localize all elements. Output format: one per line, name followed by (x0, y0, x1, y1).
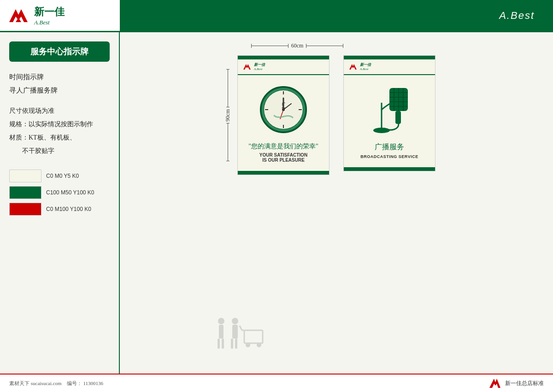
code-label: 编号： (67, 380, 82, 386)
sign2-logo-strip: 新一佳 A.Best (344, 59, 435, 75)
sign2-wrapper: 新一佳 A.Best (343, 55, 435, 171)
swatch-row-1: C0 M0 Y5 K0 (9, 170, 110, 182)
mic-illustration (364, 84, 415, 137)
shopping-figures (212, 314, 267, 353)
spec-format: 规格：以实际情况按图示制作 (9, 119, 110, 129)
svg-rect-8 (231, 339, 233, 349)
svg-rect-37 (395, 111, 401, 124)
bottom-left-text: 素材天下 sucaisucai.com 编号： 11300136 (9, 380, 103, 387)
logo-text: 新一佳 A.Best (34, 5, 65, 26)
swatch-label-3: C0 M100 Y100 K0 (46, 206, 91, 212)
logo-en: A.Best (34, 19, 65, 26)
sign1-body: £ (238, 75, 329, 171)
svg-rect-5 (222, 339, 224, 349)
bottom-brand-text: 新一佳总店标准 (505, 380, 544, 387)
swatch-cream (9, 170, 41, 182)
sign2-card: 新一佳 A.Best (343, 55, 435, 171)
sign2-cn-text: 广播服务 (375, 142, 404, 152)
code-value: 11300136 (83, 380, 103, 386)
spec-material1: 材质：KT板、有机板、 (9, 133, 110, 142)
svg-marker-15 (243, 64, 251, 70)
svg-marker-28 (349, 64, 357, 70)
sidebar: 服务中心指示牌 时间指示牌 寻人广播服务牌 尺寸依现场为准 规格：以实际情况按图… (0, 32, 120, 374)
sidebar-title-box: 服务中心指示牌 (9, 41, 110, 62)
sign1-footer-bar (238, 171, 329, 175)
sign2-logo-text: 新一佳 A.Best (360, 63, 371, 71)
signs-container: 60cm 90cm (237, 55, 435, 175)
color-swatches: C0 M0 Y5 K0 C100 M50 Y100 K0 C0 M100 Y10… (9, 170, 110, 216)
sign1-cn-text: 您的满意是我们的荣幸 (251, 143, 316, 150)
swatch-green (9, 186, 41, 199)
sign1-logo-strip: 新一佳 A.Best (238, 59, 329, 75)
svg-marker-40 (489, 379, 500, 388)
swatch-red (9, 203, 41, 216)
sign2-footer-bar (344, 167, 435, 171)
spec-size: 尺寸依现场为准 (9, 106, 110, 116)
svg-rect-4 (218, 339, 220, 349)
svg-point-13 (246, 343, 250, 347)
dim-height-label: 90cm (224, 107, 231, 123)
bottom-bar: 素材天下 sucaisucai.com 编号： 11300136 新一佳总店标准 (0, 374, 553, 392)
sign1-logo-text: 新一佳 A.Best (254, 63, 265, 71)
spec-material2: 不干胶贴字 (9, 146, 110, 156)
header-title: A.Best (499, 10, 535, 22)
sign1-wrapper: 90cm 新一佳 A.Best (237, 55, 329, 175)
main-content: 服务中心指示牌 时间指示牌 寻人广播服务牌 尺寸依现场为准 规格：以实际情况按图… (0, 32, 553, 374)
svg-line-12 (240, 326, 242, 330)
swatch-label-2: C100 M50 Y100 K0 (46, 189, 94, 196)
swatch-row-2: C100 M50 Y100 K0 (9, 186, 110, 199)
clock-illustration: £ (258, 84, 309, 137)
svg-point-6 (232, 318, 238, 324)
sidebar-item-broadcast: 寻人广播服务牌 (9, 86, 110, 95)
sign1-en1: YOUR SATISFACTION (259, 152, 307, 158)
logo-icon (7, 5, 29, 27)
sign1-card: 新一佳 A.Best (237, 55, 329, 175)
header-title-bar: A.Best (120, 0, 553, 31)
quote-close: " (316, 143, 318, 150)
swatch-row-3: C0 M100 Y100 K0 (9, 203, 110, 216)
sidebar-items: 时间指示牌 寻人广播服务牌 (9, 73, 110, 95)
source-label: 素材天下 sucaisucai.com (9, 380, 62, 386)
sign1-logo-icon (242, 62, 252, 71)
sign1-cn-quote: "您的满意是我们的荣幸" (248, 142, 318, 151)
svg-point-27 (282, 108, 285, 111)
bottom-logo-icon (488, 377, 501, 390)
sign1-en2: IS OUR PLEASURE (262, 158, 305, 163)
sidebar-specs: 尺寸依现场为准 规格：以实际情况按图示制作 材质：KT板、有机板、 不干胶贴字 (9, 106, 110, 156)
header: 新一佳 A.Best A.Best (0, 0, 553, 32)
svg-rect-7 (232, 325, 238, 339)
sign1-header-bar (238, 56, 329, 59)
sign2-logo-icon (348, 62, 358, 71)
svg-point-2 (218, 318, 224, 324)
logo-cn: 新一佳 (34, 5, 65, 19)
dim-width-label: 60cm (288, 42, 306, 49)
svg-point-14 (257, 343, 261, 347)
sign-area: 60cm 90cm (120, 32, 553, 374)
logo-area: 新一佳 A.Best (0, 0, 120, 31)
svg-rect-10 (244, 330, 263, 343)
svg-rect-3 (219, 325, 224, 339)
sign2-body: 广播服务 BROADCASTING SERVICE (344, 75, 435, 167)
sign2-header-bar (344, 56, 435, 59)
svg-marker-1 (16, 18, 21, 22)
dim-height: 90cm (224, 69, 231, 161)
svg-rect-9 (235, 339, 237, 349)
sidebar-item-time: 时间指示牌 (9, 73, 110, 82)
sign2-en-text: BROADCASTING SERVICE (360, 154, 418, 159)
sidebar-title: 服务中心指示牌 (30, 47, 88, 56)
bottom-right: 新一佳总店标准 (488, 377, 544, 390)
swatch-label-1: C0 M0 Y5 K0 (46, 173, 79, 179)
